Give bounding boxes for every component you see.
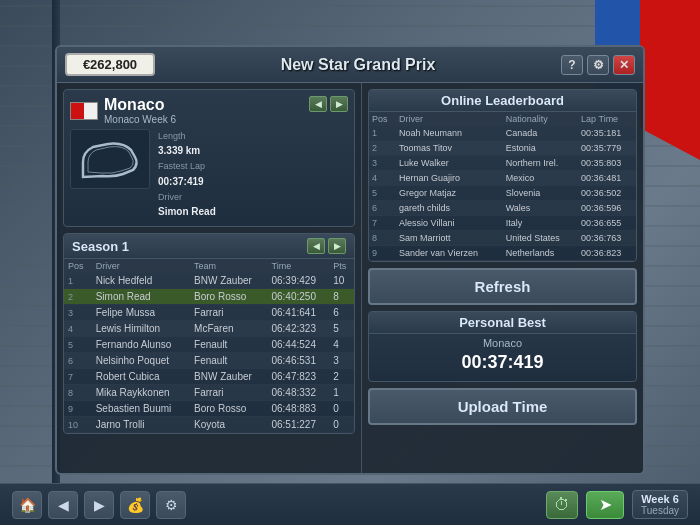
list-item: 1Noah NeumannCanada00:35:181 (369, 126, 636, 141)
back-icon[interactable]: ◀ (48, 491, 78, 519)
week-line1: Week 6 (641, 493, 679, 505)
week-line2: Tuesday (641, 505, 679, 516)
prev-season-button[interactable]: ◀ (307, 238, 325, 254)
table-cell: Sam Marriott (396, 231, 503, 246)
bottom-icons: 🏠 ◀ ▶ 💰 ⚙ (12, 491, 186, 519)
race-info-header: Monaco Monaco Week 6 (70, 96, 348, 125)
table-cell: 6 (64, 353, 92, 369)
table-cell: 06:39:429 (267, 273, 329, 289)
table-cell: Canada (503, 126, 578, 141)
table-cell: Sander van Vierzen (396, 246, 503, 261)
table-cell: 06:48:332 (267, 385, 329, 401)
table-cell: Hernan Guajiro (396, 171, 503, 186)
next-season-button[interactable]: ▶ (328, 238, 346, 254)
upload-button[interactable]: Upload Time (368, 388, 637, 425)
leaderboard-header-row: Pos Driver Nationality Lap Time (369, 112, 636, 126)
table-cell: Fenault (190, 337, 267, 353)
leaderboard-title: Online Leaderboard (369, 90, 636, 112)
race-info: ◀ ▶ Monaco Monaco Week 6 (63, 89, 355, 227)
table-cell: 8 (64, 385, 92, 401)
table-cell: Noah Neumann (396, 126, 503, 141)
next-race-button[interactable]: ▶ (330, 96, 348, 112)
table-cell: Wales (503, 201, 578, 216)
table-cell: 8 (329, 289, 354, 305)
table-cell: Felipe Mussa (92, 305, 190, 321)
season-header: Season 1 ◀ ▶ (64, 234, 354, 259)
table-cell: 00:36:823 (578, 246, 636, 261)
money-display: €262,800 (65, 53, 155, 76)
table-cell: Nick Hedfeld (92, 273, 190, 289)
table-cell: 9 (369, 246, 396, 261)
table-cell: 4 (329, 337, 354, 353)
table-row: 1Nick HedfeldBNW Zauber06:39:42910 (64, 273, 354, 289)
length-label: Length (158, 129, 348, 143)
table-row: 9Sebastien BuumiBoro Rosso06:48:8830 (64, 401, 354, 417)
list-item: 3Luke WalkerNorthern Irel.00:35:803 (369, 156, 636, 171)
bottom-right: ⏱ ➤ Week 6 Tuesday (546, 490, 688, 519)
personal-best-section: Personal Best Monaco 00:37:419 (368, 311, 637, 382)
table-cell: Koyota (190, 417, 267, 433)
table-cell: Fernando Alunso (92, 337, 190, 353)
table-row: 2Simon ReadBoro Rosso06:40:2508 (64, 289, 354, 305)
table-cell: 00:35:803 (578, 156, 636, 171)
pb-title: Personal Best (369, 312, 636, 334)
table-cell: Netherlands (503, 246, 578, 261)
table-cell: Northern Irel. (503, 156, 578, 171)
table-cell: Gregor Matjaz (396, 186, 503, 201)
table-cell: 8 (369, 231, 396, 246)
table-cell: 7 (369, 216, 396, 231)
table-cell: 06:47:823 (267, 369, 329, 385)
lb-col-pos: Pos (369, 112, 396, 126)
home-icon[interactable]: 🏠 (12, 491, 42, 519)
monaco-flag (70, 102, 98, 120)
table-row: 5Fernando AlunsoFenault06:44:5244 (64, 337, 354, 353)
table-cell: 3 (369, 156, 396, 171)
table-cell: Farrari (190, 305, 267, 321)
track-svg (73, 132, 148, 187)
table-cell: 06:48:883 (267, 401, 329, 417)
money-icon[interactable]: 💰 (120, 491, 150, 519)
table-cell: 0 (329, 417, 354, 433)
table-cell: 2 (369, 141, 396, 156)
fastest-lap-label: Fastest Lap (158, 159, 348, 173)
list-item: 6gareth childsWales00:36:596 (369, 201, 636, 216)
table-cell: Nelsinho Poquet (92, 353, 190, 369)
table-cell: 5 (64, 337, 92, 353)
refresh-button[interactable]: Refresh (368, 268, 637, 305)
table-cell: 5 (329, 321, 354, 337)
forward-icon[interactable]: ▶ (84, 491, 114, 519)
table-cell: 10 (64, 417, 92, 433)
week-info: Week 6 Tuesday (632, 490, 688, 519)
list-item: 9Sander van VierzenNetherlands00:36:823 (369, 246, 636, 261)
season-title: Season 1 (72, 239, 129, 254)
table-cell: Jarno Trolli (92, 417, 190, 433)
col-pts: Pts (329, 259, 354, 273)
race-name: Monaco (104, 96, 176, 114)
prev-race-button[interactable]: ◀ (309, 96, 327, 112)
table-row: 8Mika RaykkonenFarrari06:48:3321 (64, 385, 354, 401)
table-row: 10Jarno TrolliKoyota06:51:2270 (64, 417, 354, 433)
table-cell: 4 (64, 321, 92, 337)
race-week: Monaco Week 6 (104, 114, 176, 125)
gear-icon[interactable]: ⚙ (156, 491, 186, 519)
table-cell: gareth childs (396, 201, 503, 216)
next-button[interactable]: ➤ (586, 491, 624, 519)
table-cell: 00:36:763 (578, 231, 636, 246)
season-controls: ◀ ▶ (307, 238, 346, 254)
col-pos: Pos (64, 259, 92, 273)
table-cell: 2 (64, 289, 92, 305)
settings-button[interactable]: ⚙ (587, 55, 609, 75)
help-button[interactable]: ? (561, 55, 583, 75)
table-cell: 4 (369, 171, 396, 186)
table-cell: Farrari (190, 385, 267, 401)
table-cell: 10 (329, 273, 354, 289)
table-cell: 3 (64, 305, 92, 321)
list-item: 8Sam MarriottUnited States00:36:763 (369, 231, 636, 246)
close-button[interactable]: ✕ (613, 55, 635, 75)
table-cell: Mika Raykkonen (92, 385, 190, 401)
table-cell: Simon Read (92, 289, 190, 305)
season-section: Season 1 ◀ ▶ Pos Driver Team Time Pts (63, 233, 355, 434)
table-cell: 00:35:779 (578, 141, 636, 156)
table-cell: 06:44:524 (267, 337, 329, 353)
table-cell: 1 (369, 126, 396, 141)
